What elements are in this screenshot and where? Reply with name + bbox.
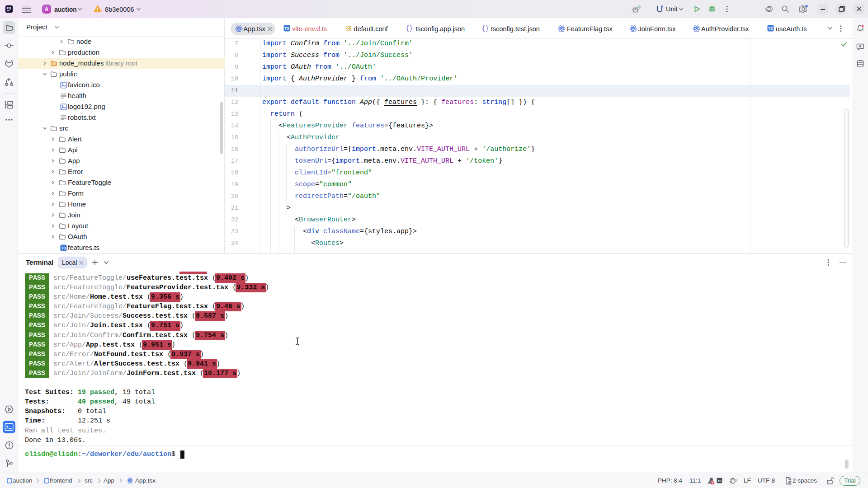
svg-text:TS: TS [717,479,722,483]
svg-text:TS: TS [768,27,773,31]
svg-text:TS: TS [284,27,289,31]
svg-text:TS: TS [61,246,66,250]
